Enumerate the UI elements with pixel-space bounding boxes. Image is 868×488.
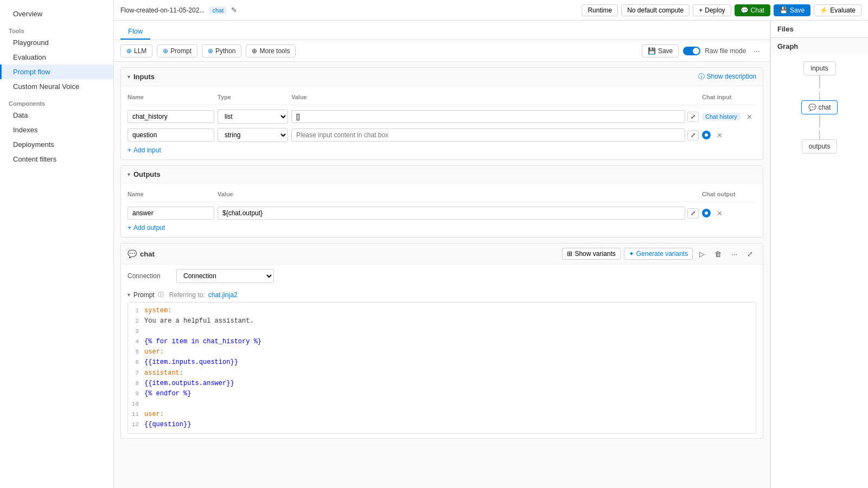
flow-tag: chat [209, 7, 227, 14]
add-input-link[interactable]: + Add input [127, 146, 756, 154]
run-chat-node-btn[interactable]: ▷ [696, 249, 708, 259]
connection-select[interactable]: Connection [176, 269, 274, 283]
input-name-question[interactable] [127, 129, 214, 142]
inputs-section-header[interactable]: ▾ Inputs ⓘ Show description [121, 68, 763, 86]
show-desc-icon: ⓘ [698, 73, 705, 80]
sidebar-item-deployments[interactable]: Deployments [0, 137, 113, 152]
code-line: 4{% for item in chat_history %} [128, 337, 756, 347]
add-input-icon: + [127, 146, 131, 154]
save-area: 💾 Save Raw file mode ··· [642, 44, 763, 57]
llm-button[interactable]: ⊕ LLM [120, 44, 152, 57]
input-row-question: string ⤢ ✕ [127, 128, 756, 142]
graph-node-outputs[interactable]: outputs [802, 139, 837, 153]
sidebar-item-playground[interactable]: Playground [0, 35, 113, 50]
top-bar: Flow-created-on-11-05-202... chat ✎ Runt… [114, 0, 868, 21]
prompt-button[interactable]: ⊕ Prompt [157, 44, 197, 57]
outputs-table-header: Name Value Chat output [127, 189, 756, 202]
line-number: 7 [128, 368, 144, 378]
expand-chat-history-btn[interactable]: ⤢ [687, 112, 699, 122]
line-number: 10 [128, 399, 144, 409]
tab-bar: Flow [114, 21, 770, 40]
delete-answer-btn[interactable]: ✕ [714, 208, 725, 219]
more-tools-icon: ⊕ [252, 47, 257, 55]
code-line: 8{{item.outputs.answer}} [128, 378, 756, 389]
input-value-wrap-2: ⤢ [291, 129, 699, 142]
more-options-btn[interactable]: ··· [750, 44, 763, 57]
code-line: 6{{item.inputs.question}} [128, 357, 756, 368]
code-line: 1system: [128, 306, 756, 316]
llm-icon: ⊕ [126, 47, 132, 55]
sidebar-item-overview[interactable]: Overview [0, 7, 113, 21]
more-tools-button[interactable]: ⊕ More tools [246, 44, 296, 57]
input-name-chat-history[interactable] [127, 110, 214, 123]
code-line: 2You are a helpful assistant. [128, 316, 756, 326]
generate-variants-btn[interactable]: ✦ Generate variants [624, 248, 693, 260]
input-type-chat-history[interactable]: list [218, 110, 288, 124]
chat-node-more-btn[interactable]: ··· [728, 249, 741, 259]
line-number: 6 [128, 357, 144, 368]
line-content: {{item.inputs.question}} [144, 357, 756, 368]
graph-chat-icon: 💬 [808, 104, 816, 111]
answer-output-control: ✕ [702, 208, 756, 219]
show-description-btn[interactable]: ⓘ Show description [698, 72, 756, 81]
raw-file-mode-label: Raw file mode [705, 47, 746, 55]
question-chat-input-radio[interactable] [702, 131, 711, 139]
sidebar-item-indexes[interactable]: Indexes [0, 123, 113, 137]
output-value-wrap: ⤢ [218, 207, 699, 220]
code-line: 7assistant: [128, 368, 756, 378]
input-value-question[interactable] [291, 129, 685, 142]
content-split: Flow ⊕ LLM ⊕ Prompt ⊕ Python [114, 21, 868, 488]
compute-select-btn[interactable]: No default compute [621, 4, 690, 16]
input-value-chat-history[interactable] [291, 110, 685, 123]
sidebar-item-prompt-flow[interactable]: Prompt flow [0, 65, 113, 79]
python-button[interactable]: ⊕ Python [202, 44, 241, 57]
add-output-link[interactable]: + Add output [127, 224, 756, 232]
chat-history-badge: Chat history [702, 113, 741, 120]
plus-icon: + [699, 7, 703, 14]
sidebar-item-evaluation[interactable]: Evaluation [0, 50, 113, 65]
deploy-btn[interactable]: + Deploy [693, 4, 731, 16]
output-row-answer: ⤢ ✕ [127, 207, 756, 220]
prompt-header[interactable]: ▾ Prompt ⓘ Referring to: chat.jinja2 [127, 287, 756, 302]
code-line: 3 [128, 326, 756, 337]
expand-question-btn[interactable]: ⤢ [687, 130, 699, 140]
inputs-section-title: Inputs [133, 73, 155, 81]
input-type-question[interactable]: string [218, 128, 288, 142]
sidebar-item-data[interactable]: Data [0, 108, 113, 123]
runtime-select-btn[interactable]: Runtime [582, 4, 618, 16]
delete-chat-history-btn[interactable]: ✕ [744, 112, 755, 122]
save-toolbar-btn[interactable]: 💾 Save [642, 44, 679, 57]
output-name-answer[interactable] [127, 207, 214, 220]
evaluate-btn[interactable]: ⚡ Evaluate [814, 4, 861, 16]
evaluate-icon: ⚡ [820, 7, 828, 14]
prompt-section: ▾ Prompt ⓘ Referring to: chat.jinja2 1sy… [121, 287, 763, 438]
graph-connector-2 [819, 96, 820, 100]
graph-node-chat[interactable]: 💬 chat [801, 100, 838, 114]
graph-node-inputs[interactable]: inputs [803, 61, 836, 75]
delete-question-btn[interactable]: ✕ [714, 130, 725, 140]
show-variants-btn[interactable]: ⊞ Show variants [562, 248, 620, 260]
sidebar-item-custom-neural-voice[interactable]: Custom Neural Voice [0, 79, 113, 94]
raw-file-mode-toggle[interactable] [683, 47, 700, 55]
flow-content: ▾ Inputs ⓘ Show description Name Type [114, 62, 770, 488]
chat-btn[interactable]: 💬 Chat [735, 4, 770, 16]
outputs-section-header[interactable]: ▾ Outputs [121, 166, 763, 183]
main-content: Flow-created-on-11-05-202... chat ✎ Runt… [114, 0, 868, 488]
code-editor: 1system:2You are a helpful assistant.34{… [127, 302, 756, 434]
chat-node-header-actions: ⊞ Show variants ✦ Generate variants ▷ 🗑 … [562, 248, 756, 260]
connection-row: Connection Connection [121, 265, 763, 287]
edit-icon[interactable]: ✎ [231, 6, 237, 14]
delete-chat-node-btn[interactable]: 🗑 [711, 249, 725, 259]
question-input-control: ✕ [702, 130, 756, 140]
save-topbar-btn[interactable]: 💾 Save [774, 4, 810, 16]
answer-chat-output-radio[interactable] [702, 209, 711, 217]
expand-answer-btn[interactable]: ⤢ [687, 208, 699, 219]
sidebar-item-content-filters[interactable]: Content filters [0, 152, 113, 166]
tab-flow[interactable]: Flow [120, 24, 150, 40]
expand-chat-node-btn[interactable]: ⤢ [744, 249, 756, 259]
graph-connector-3 [819, 114, 820, 127]
output-value-answer[interactable] [218, 207, 685, 220]
inputs-table-header: Name Type Value Chat input [127, 92, 756, 105]
prompt-ref-link[interactable]: chat.jinja2 [208, 291, 238, 299]
add-output-icon: + [127, 224, 131, 232]
